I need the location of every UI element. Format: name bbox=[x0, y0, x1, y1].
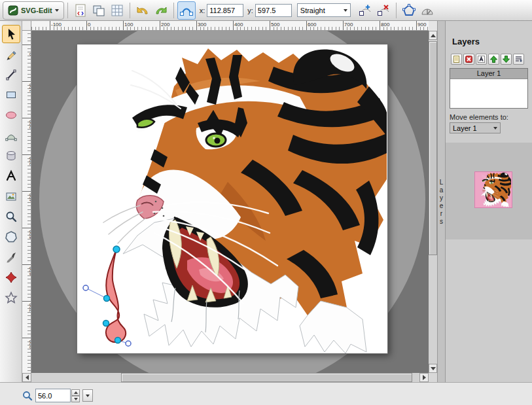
zoom-tool-button[interactable] bbox=[2, 207, 20, 226]
merge-down-button[interactable] bbox=[513, 54, 524, 65]
layers-tab-letter: a bbox=[440, 186, 444, 194]
node-y-input[interactable] bbox=[255, 4, 292, 17]
control-handle-line bbox=[86, 288, 107, 298]
ruler-label: -100 bbox=[51, 22, 62, 27]
ruler-tick bbox=[233, 21, 234, 31]
svg-edit-window: SVG-Edit x: y: Straight -100010020030040… bbox=[0, 0, 532, 405]
panel-lower-area bbox=[446, 143, 532, 239]
ruler-tick bbox=[22, 228, 31, 228]
scroll-up-button[interactable] bbox=[429, 31, 437, 40]
chevron-down-icon bbox=[344, 9, 347, 14]
toolbar-separator bbox=[396, 3, 397, 18]
ruler-tick bbox=[343, 21, 344, 31]
text-tool-button[interactable] bbox=[2, 167, 20, 185]
vertical-scrollbar[interactable] bbox=[429, 31, 437, 373]
move-down-button[interactable] bbox=[501, 54, 512, 65]
layers-tab-letter: s bbox=[440, 218, 443, 225]
zoom-input[interactable] bbox=[35, 389, 71, 402]
move-up-button[interactable] bbox=[488, 54, 499, 65]
chevron-down-icon bbox=[55, 9, 59, 14]
layers-panel-toggle[interactable]: Layers bbox=[438, 21, 446, 382]
vertical-ruler: 0100200300400500600700800 bbox=[22, 31, 31, 373]
select-tool-button[interactable] bbox=[2, 25, 20, 43]
add-node-icon bbox=[357, 3, 373, 18]
x-label: x: bbox=[200, 7, 205, 14]
pencil-tool-button[interactable] bbox=[2, 45, 20, 63]
path-node[interactable] bbox=[103, 321, 109, 326]
delete-layer-icon bbox=[465, 55, 473, 63]
ellipse-tool-button[interactable] bbox=[2, 106, 20, 124]
magnifier-icon bbox=[22, 391, 33, 401]
path-node-selected[interactable] bbox=[113, 246, 120, 253]
ruler-tick bbox=[123, 21, 124, 31]
line-tool-button[interactable] bbox=[2, 65, 20, 84]
drawing-canvas[interactable] bbox=[77, 44, 387, 353]
scroll-right-button[interactable] bbox=[419, 373, 429, 382]
eyedropper-tool-button[interactable] bbox=[2, 248, 20, 266]
open-path-icon bbox=[401, 3, 417, 18]
image-tool-button[interactable] bbox=[2, 187, 20, 205]
rename-layer-button[interactable] bbox=[476, 54, 487, 65]
arrow-up-icon bbox=[431, 34, 436, 37]
path-node[interactable] bbox=[115, 338, 121, 343]
ruler-filler bbox=[429, 21, 437, 31]
zoom-increase-button[interactable] bbox=[71, 389, 80, 396]
path-node[interactable] bbox=[104, 296, 110, 302]
segment-type-select[interactable]: Straight bbox=[297, 3, 351, 17]
reorient-path-button[interactable] bbox=[418, 1, 436, 20]
vertical-scroll-thumb[interactable] bbox=[429, 41, 437, 255]
link-control-points-button[interactable] bbox=[177, 1, 196, 20]
image-icon bbox=[5, 190, 18, 203]
wireframe-button[interactable] bbox=[90, 1, 108, 20]
star-tool-button[interactable] bbox=[2, 289, 20, 307]
layers-title: Layers bbox=[452, 37, 480, 46]
ruler-label: 400 bbox=[234, 22, 243, 27]
layer-list[interactable]: Layer 1 bbox=[450, 68, 528, 109]
layer-button-row bbox=[451, 54, 524, 65]
move-down-icon bbox=[502, 55, 510, 63]
path-tool-button[interactable] bbox=[2, 126, 20, 145]
layer-row[interactable]: Layer 1 bbox=[450, 69, 527, 79]
source-editor-button[interactable] bbox=[71, 1, 90, 20]
open-close-path-button[interactable] bbox=[400, 1, 418, 20]
ruler-label: 200 bbox=[161, 22, 169, 27]
svg-edit-logo-icon bbox=[8, 5, 18, 16]
delete-node-button[interactable] bbox=[374, 1, 393, 20]
new-layer-icon bbox=[452, 55, 461, 63]
ruler-tick bbox=[22, 301, 31, 302]
ruler-tick bbox=[196, 21, 197, 31]
new-layer-button[interactable] bbox=[451, 54, 462, 65]
redo-button[interactable] bbox=[152, 1, 170, 20]
rename-layer-icon bbox=[477, 55, 486, 63]
scroll-left-button[interactable] bbox=[22, 373, 31, 382]
grid-button[interactable] bbox=[108, 1, 126, 20]
cylinder-tool-button[interactable] bbox=[2, 147, 20, 165]
horizontal-scrollbar[interactable] bbox=[22, 373, 429, 382]
arrow-down-icon bbox=[431, 367, 436, 370]
rectangle-tool-button[interactable] bbox=[2, 86, 20, 104]
ruler-tick bbox=[50, 21, 50, 31]
eyedropper-icon bbox=[5, 251, 18, 264]
undo-button[interactable] bbox=[133, 1, 152, 20]
delete-layer-button[interactable] bbox=[463, 54, 474, 65]
ruler-label: 800 bbox=[381, 22, 389, 27]
control-handle-point[interactable] bbox=[126, 341, 131, 346]
polygon-icon bbox=[5, 230, 18, 243]
edited-path[interactable] bbox=[106, 249, 126, 342]
ruler-tick bbox=[306, 21, 307, 31]
zoom-decrease-button[interactable] bbox=[71, 396, 80, 402]
move-up-icon bbox=[489, 55, 498, 63]
zoom-preset-dropdown[interactable] bbox=[82, 389, 93, 402]
polygon-tool-button[interactable] bbox=[2, 228, 20, 246]
scroll-down-button[interactable] bbox=[429, 364, 437, 373]
main-menu-button[interactable]: SVG-Edit bbox=[3, 1, 64, 20]
scrollbar-corner bbox=[429, 373, 437, 382]
toolbar-separator bbox=[130, 3, 130, 18]
ruler-tick bbox=[86, 21, 87, 31]
add-node-button[interactable] bbox=[356, 1, 374, 20]
node-x-input[interactable] bbox=[207, 4, 243, 17]
shape-library-tool-button[interactable] bbox=[2, 268, 20, 287]
canvas-viewport[interactable] bbox=[31, 31, 429, 373]
move-elements-select[interactable]: Layer 1 bbox=[450, 122, 501, 133]
control-handle-point[interactable] bbox=[83, 285, 88, 291]
